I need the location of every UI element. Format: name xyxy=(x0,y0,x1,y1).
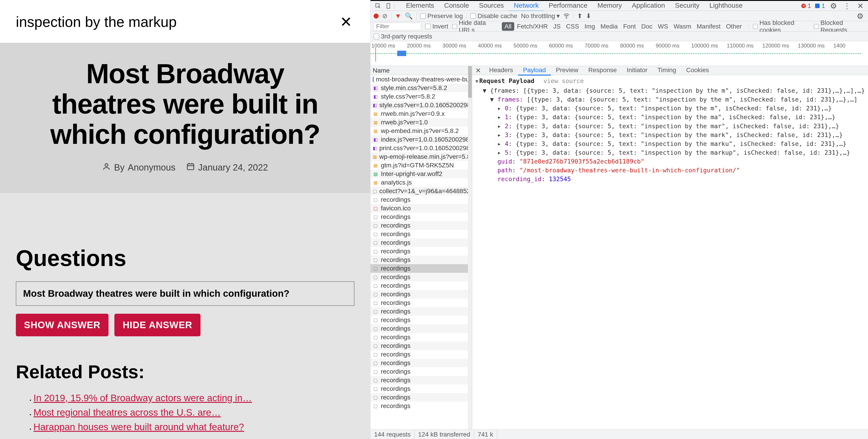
devtools-tab-network[interactable]: Network xyxy=(509,0,544,11)
type-filter-other[interactable]: Other xyxy=(723,22,745,31)
detail-tab-cookies[interactable]: Cookies xyxy=(681,66,714,76)
blocked-cookies-checkbox[interactable]: Has blocked cookies xyxy=(753,19,810,34)
request-row[interactable]: ▢recordings xyxy=(370,367,472,376)
inspect-icon[interactable] xyxy=(374,2,382,10)
invert-checkbox[interactable]: Invert xyxy=(425,23,448,30)
request-row[interactable]: ▢recordings xyxy=(370,281,472,290)
caret-down-icon[interactable]: ▼ xyxy=(475,79,478,84)
payload-frame-item[interactable]: ▸ 5: {type: 3, data: {source: 5, text: "… xyxy=(475,148,865,157)
payload-frame-item[interactable]: ▸ 3: {type: 3, data: {source: 5, text: "… xyxy=(475,130,865,139)
kebab-icon[interactable]: ⋮ xyxy=(842,1,852,10)
devtools-tab-application[interactable]: Application xyxy=(627,0,670,11)
request-row[interactable]: ▢recordings xyxy=(370,264,472,273)
request-row[interactable]: ▦rrweb.min.js?ver=0.9.x xyxy=(370,110,472,118)
request-row[interactable]: ▢recordings xyxy=(370,307,472,316)
request-row[interactable]: ▢recordings xyxy=(370,230,472,238)
devtools-tab-elements[interactable]: Elements xyxy=(401,0,439,11)
preserve-log-checkbox[interactable]: Preserve log xyxy=(420,12,463,20)
clear-icon[interactable]: ⊘ xyxy=(382,12,388,20)
scrollbar[interactable] xyxy=(468,66,472,430)
throttling-select[interactable]: No throttling ▾ xyxy=(521,12,560,20)
devtools-tab-sources[interactable]: Sources xyxy=(474,0,509,11)
search-icon[interactable]: 🔍 xyxy=(405,12,413,20)
show-answer-button[interactable]: SHOW ANSWER xyxy=(16,314,108,336)
detail-tab-preview[interactable]: Preview xyxy=(551,66,583,76)
detail-tab-response[interactable]: Response xyxy=(583,66,622,76)
devtools-tab-lighthouse[interactable]: Lighthouse xyxy=(704,0,747,11)
type-filter-css[interactable]: CSS xyxy=(563,22,582,31)
request-row[interactable]: ▢recordings xyxy=(370,247,472,256)
request-row[interactable]: ▦analytics.js xyxy=(370,178,472,187)
detail-tab-payload[interactable]: Payload xyxy=(518,66,551,76)
request-row[interactable]: ▢recordings xyxy=(370,196,472,204)
request-row[interactable]: ◧style.css?ver=5.8.2 xyxy=(370,92,472,101)
request-row[interactable]: ◧style.css?ver=1.0.0.1605200298 xyxy=(370,101,472,110)
type-filter-js[interactable]: JS xyxy=(551,22,563,31)
type-filter-wasm[interactable]: Wasm xyxy=(671,22,694,31)
request-row[interactable]: ▢recordings xyxy=(370,384,472,393)
detail-tab-initiator[interactable]: Initiator xyxy=(622,66,653,76)
scrollbar-thumb[interactable] xyxy=(468,66,472,98)
devtools-close-icon[interactable]: ✕ xyxy=(856,1,865,10)
request-row[interactable]: ▢favicon.ico xyxy=(370,204,472,213)
error-badge[interactable]: ✕ 1 xyxy=(801,2,811,9)
request-row[interactable]: ▦gtm.js?id=GTM-5RK5Z5N xyxy=(370,161,472,170)
devtools-tab-memory[interactable]: Memory xyxy=(592,0,627,11)
devtools-tab-security[interactable]: Security xyxy=(670,0,704,11)
type-filter-all[interactable]: All xyxy=(502,22,514,31)
payload-frame-item[interactable]: ▸ 1: {type: 3, data: {source: 5, text: "… xyxy=(475,113,865,121)
request-row[interactable]: ▢recordings xyxy=(370,402,472,410)
request-row[interactable]: ▢recordings xyxy=(370,333,472,342)
filter-icon[interactable]: ▼ xyxy=(395,12,401,20)
request-row[interactable]: ▢recordings xyxy=(370,298,472,307)
detail-tab-headers[interactable]: Headers xyxy=(484,66,518,76)
wifi-icon[interactable] xyxy=(563,13,569,19)
request-row[interactable]: ▢recordings xyxy=(370,376,472,384)
gear-icon[interactable]: ⚙ xyxy=(829,1,838,10)
upload-icon[interactable]: ⬆ xyxy=(577,12,582,20)
request-row[interactable]: ▢collect?v=1&_v=j96&a=464885235&t=... xyxy=(370,187,472,196)
request-row[interactable]: ▢recordings xyxy=(370,290,472,298)
payload-frame-item[interactable]: ▸ 4: {type: 3, data: {source: 5, text: "… xyxy=(475,139,865,148)
close-button[interactable]: ✕ xyxy=(338,13,354,30)
request-row[interactable]: ▢recordings xyxy=(370,256,472,264)
third-party-checkbox[interactable]: 3rd-party requests xyxy=(374,33,432,40)
related-link-0[interactable]: In 2019, 15.9% of Broadway actors were a… xyxy=(33,392,252,403)
hide-data-urls-checkbox[interactable]: Hide data URLs xyxy=(452,19,498,34)
request-row[interactable]: ▢recordings xyxy=(370,316,472,324)
detail-tab-timing[interactable]: Timing xyxy=(652,66,681,76)
request-row[interactable]: ▢recordings xyxy=(370,359,472,367)
payload-line[interactable]: ▼ frames: [{type: 3, data: {source: 5, t… xyxy=(475,95,865,104)
request-row[interactable]: ▢recordings xyxy=(370,393,472,402)
blocked-requests-checkbox[interactable]: Blocked Requests xyxy=(814,19,865,34)
type-filter-doc[interactable]: Doc xyxy=(639,22,655,31)
request-row[interactable]: ◧print.css?ver=1.0.0.1605200298 xyxy=(370,144,472,152)
request-row[interactable]: ▢recordings xyxy=(370,213,472,221)
request-row[interactable]: ▦wp-embed.min.js?ver=5.8.2 xyxy=(370,127,472,135)
name-column-header[interactable]: Name xyxy=(370,66,472,75)
download-icon[interactable]: ⬇ xyxy=(586,12,591,20)
request-row[interactable]: ▦rrweb.js?ver=1.0 xyxy=(370,118,472,127)
related-link-1[interactable]: Most regional theatres across the U.S. a… xyxy=(33,407,221,418)
request-row[interactable]: ◧style.min.css?ver=5.8.2 xyxy=(370,84,472,92)
filter-input[interactable] xyxy=(374,23,421,30)
payload-line[interactable]: ▼ {frames: [{type: 3, data: {source: 5, … xyxy=(475,86,865,95)
type-filter-fetch-xhr[interactable]: Fetch/XHR xyxy=(514,22,551,31)
network-timeline[interactable]: 10000 ms20000 ms30000 ms40000 ms50000 ms… xyxy=(370,41,868,66)
request-row[interactable]: ▢recordings xyxy=(370,324,472,333)
request-row[interactable]: most-broadway-theatres-were-built-in.. xyxy=(370,75,472,84)
device-icon[interactable] xyxy=(384,2,393,10)
type-filter-font[interactable]: Font xyxy=(620,22,639,31)
request-row[interactable]: ▦wp-emoji-release.min.js?ver=5.8.2 xyxy=(370,152,472,161)
request-row[interactable]: ▢recordings xyxy=(370,342,472,350)
request-row[interactable]: ▢recordings xyxy=(370,238,472,247)
type-filter-manifest[interactable]: Manifest xyxy=(694,22,723,31)
related-link-2[interactable]: Harappan houses were built around what f… xyxy=(33,421,244,432)
payload-frame-item[interactable]: ▸ 0: {type: 3, data: {source: 5, text: "… xyxy=(475,104,865,113)
payload-frame-item[interactable]: ▸ 2: {type: 3, data: {source: 5, text: "… xyxy=(475,122,865,130)
hide-answer-button[interactable]: HIDE ANSWER xyxy=(114,314,200,336)
info-badge[interactable]: 1 xyxy=(815,2,825,9)
record-button[interactable] xyxy=(374,13,379,19)
request-row[interactable]: ▢recordings xyxy=(370,221,472,230)
disable-cache-checkbox[interactable]: Disable cache xyxy=(470,12,518,20)
